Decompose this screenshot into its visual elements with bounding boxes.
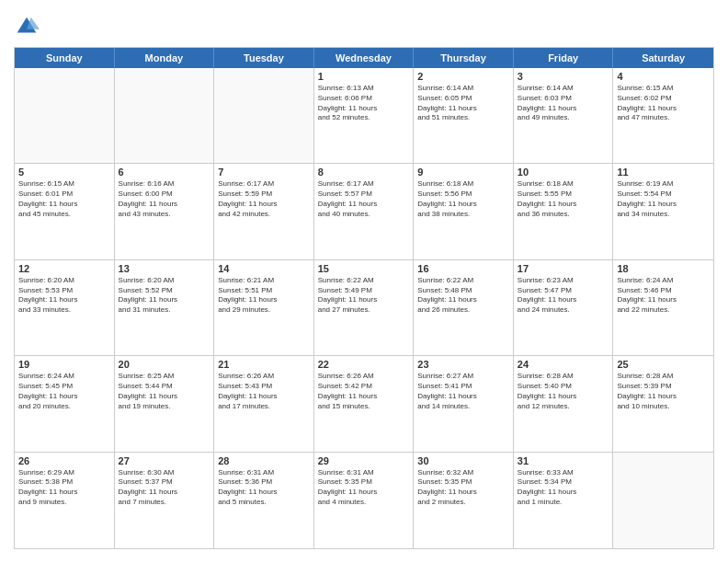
day-number: 4 <box>617 71 710 82</box>
cell-info: Sunrise: 6:15 AM Sunset: 6:01 PM Dayligh… <box>18 179 110 219</box>
day-number: 5 <box>18 167 110 178</box>
calendar-cell: 27Sunrise: 6:30 AM Sunset: 5:37 PM Dayli… <box>115 453 215 548</box>
weekday-header: Monday <box>115 48 215 68</box>
calendar-cell: 2Sunrise: 6:14 AM Sunset: 6:05 PM Daylig… <box>414 68 514 163</box>
day-number: 19 <box>18 359 110 370</box>
calendar-cell: 17Sunrise: 6:23 AM Sunset: 5:47 PM Dayli… <box>514 260 614 355</box>
day-number: 7 <box>218 167 310 178</box>
day-number: 9 <box>417 167 509 178</box>
day-number: 29 <box>318 455 410 466</box>
calendar-cell: 14Sunrise: 6:21 AM Sunset: 5:51 PM Dayli… <box>214 260 314 355</box>
cell-info: Sunrise: 6:25 AM Sunset: 5:44 PM Dayligh… <box>119 372 210 411</box>
day-number: 23 <box>417 359 509 370</box>
cell-info: Sunrise: 6:27 AM Sunset: 5:41 PM Dayligh… <box>417 372 509 411</box>
calendar-cell: 22Sunrise: 6:26 AM Sunset: 5:42 PM Dayli… <box>314 356 415 451</box>
calendar: SundayMondayTuesdayWednesdayThursdayFrid… <box>14 47 714 549</box>
day-number: 6 <box>119 167 210 178</box>
cell-info: Sunrise: 6:17 AM Sunset: 5:57 PM Dayligh… <box>318 179 410 219</box>
weekday-header: Friday <box>514 48 614 68</box>
calendar-cell: 12Sunrise: 6:20 AM Sunset: 5:53 PM Dayli… <box>15 260 115 355</box>
calendar-cell: 10Sunrise: 6:18 AM Sunset: 5:55 PM Dayli… <box>514 164 614 259</box>
cell-info: Sunrise: 6:24 AM Sunset: 5:46 PM Dayligh… <box>617 276 710 316</box>
cell-info: Sunrise: 6:29 AM Sunset: 5:38 PM Dayligh… <box>18 468 110 508</box>
day-number: 15 <box>318 263 410 274</box>
cell-info: Sunrise: 6:26 AM Sunset: 5:43 PM Dayligh… <box>218 372 310 411</box>
day-number: 21 <box>218 359 310 370</box>
calendar-row: 26Sunrise: 6:29 AM Sunset: 5:38 PM Dayli… <box>15 453 713 548</box>
day-number: 14 <box>218 263 310 274</box>
calendar-cell: 8Sunrise: 6:17 AM Sunset: 5:57 PM Daylig… <box>314 164 415 259</box>
cell-info: Sunrise: 6:28 AM Sunset: 5:40 PM Dayligh… <box>518 372 609 411</box>
cell-info: Sunrise: 6:31 AM Sunset: 5:35 PM Dayligh… <box>318 468 410 508</box>
day-number: 17 <box>518 263 609 274</box>
weekday-header: Thursday <box>414 48 514 68</box>
calendar-cell <box>115 68 215 163</box>
calendar-cell: 18Sunrise: 6:24 AM Sunset: 5:46 PM Dayli… <box>613 260 713 355</box>
weekday-header: Tuesday <box>214 48 314 68</box>
cell-info: Sunrise: 6:19 AM Sunset: 5:54 PM Dayligh… <box>617 179 710 219</box>
calendar-body: 1Sunrise: 6:13 AM Sunset: 6:06 PM Daylig… <box>15 68 713 548</box>
calendar-cell: 25Sunrise: 6:28 AM Sunset: 5:39 PM Dayli… <box>613 356 713 451</box>
cell-info: Sunrise: 6:16 AM Sunset: 6:00 PM Dayligh… <box>119 179 210 219</box>
cell-info: Sunrise: 6:20 AM Sunset: 5:52 PM Dayligh… <box>119 276 210 316</box>
calendar-cell <box>15 68 115 163</box>
calendar-cell <box>613 453 713 548</box>
cell-info: Sunrise: 6:14 AM Sunset: 6:05 PM Dayligh… <box>417 84 509 123</box>
cell-info: Sunrise: 6:22 AM Sunset: 5:49 PM Dayligh… <box>318 276 410 316</box>
calendar-cell: 23Sunrise: 6:27 AM Sunset: 5:41 PM Dayli… <box>414 356 514 451</box>
calendar-cell: 6Sunrise: 6:16 AM Sunset: 6:00 PM Daylig… <box>115 164 215 259</box>
calendar-cell: 4Sunrise: 6:15 AM Sunset: 6:02 PM Daylig… <box>613 68 713 163</box>
day-number: 12 <box>18 263 110 274</box>
cell-info: Sunrise: 6:23 AM Sunset: 5:47 PM Dayligh… <box>518 276 609 316</box>
calendar-cell: 3Sunrise: 6:14 AM Sunset: 6:03 PM Daylig… <box>514 68 614 163</box>
day-number: 30 <box>417 455 509 466</box>
calendar-cell: 24Sunrise: 6:28 AM Sunset: 5:40 PM Dayli… <box>514 356 614 451</box>
day-number: 18 <box>617 263 710 274</box>
cell-info: Sunrise: 6:31 AM Sunset: 5:36 PM Dayligh… <box>218 468 310 508</box>
day-number: 20 <box>119 359 210 370</box>
cell-info: Sunrise: 6:18 AM Sunset: 5:56 PM Dayligh… <box>417 179 509 219</box>
cell-info: Sunrise: 6:18 AM Sunset: 5:55 PM Dayligh… <box>518 179 609 219</box>
calendar-header: SundayMondayTuesdayWednesdayThursdayFrid… <box>15 48 713 68</box>
calendar-cell: 26Sunrise: 6:29 AM Sunset: 5:38 PM Dayli… <box>15 453 115 548</box>
cell-info: Sunrise: 6:28 AM Sunset: 5:39 PM Dayligh… <box>617 372 710 411</box>
calendar-cell <box>214 68 314 163</box>
calendar-cell: 13Sunrise: 6:20 AM Sunset: 5:52 PM Dayli… <box>115 260 215 355</box>
day-number: 24 <box>518 359 609 370</box>
day-number: 28 <box>218 455 310 466</box>
day-number: 3 <box>518 71 609 82</box>
day-number: 8 <box>318 167 410 178</box>
calendar-cell: 28Sunrise: 6:31 AM Sunset: 5:36 PM Dayli… <box>214 453 314 548</box>
cell-info: Sunrise: 6:14 AM Sunset: 6:03 PM Dayligh… <box>518 84 609 123</box>
day-number: 1 <box>318 71 410 82</box>
weekday-header: Sunday <box>15 48 115 68</box>
calendar-cell: 7Sunrise: 6:17 AM Sunset: 5:59 PM Daylig… <box>214 164 314 259</box>
day-number: 11 <box>617 167 710 178</box>
cell-info: Sunrise: 6:20 AM Sunset: 5:53 PM Dayligh… <box>18 276 110 316</box>
logo <box>14 14 43 40</box>
calendar-cell: 30Sunrise: 6:32 AM Sunset: 5:35 PM Dayli… <box>414 453 514 548</box>
calendar-row: 5Sunrise: 6:15 AM Sunset: 6:01 PM Daylig… <box>15 164 713 259</box>
day-number: 25 <box>617 359 710 370</box>
day-number: 13 <box>119 263 210 274</box>
cell-info: Sunrise: 6:17 AM Sunset: 5:59 PM Dayligh… <box>218 179 310 219</box>
calendar-cell: 21Sunrise: 6:26 AM Sunset: 5:43 PM Dayli… <box>214 356 314 451</box>
cell-info: Sunrise: 6:22 AM Sunset: 5:48 PM Dayligh… <box>417 276 509 316</box>
cell-info: Sunrise: 6:26 AM Sunset: 5:42 PM Dayligh… <box>318 372 410 411</box>
cell-info: Sunrise: 6:24 AM Sunset: 5:45 PM Dayligh… <box>18 372 110 411</box>
cell-info: Sunrise: 6:13 AM Sunset: 6:06 PM Dayligh… <box>318 84 410 123</box>
day-number: 22 <box>318 359 410 370</box>
calendar-row: 12Sunrise: 6:20 AM Sunset: 5:53 PM Dayli… <box>15 260 713 356</box>
cell-info: Sunrise: 6:32 AM Sunset: 5:35 PM Dayligh… <box>417 468 509 508</box>
calendar-cell: 1Sunrise: 6:13 AM Sunset: 6:06 PM Daylig… <box>314 68 415 163</box>
page: SundayMondayTuesdayWednesdayThursdayFrid… <box>0 0 728 563</box>
logo-icon <box>14 14 40 40</box>
weekday-header: Wednesday <box>314 48 415 68</box>
header <box>14 14 714 40</box>
cell-info: Sunrise: 6:15 AM Sunset: 6:02 PM Dayligh… <box>617 84 710 123</box>
day-number: 27 <box>119 455 210 466</box>
day-number: 26 <box>18 455 110 466</box>
day-number: 31 <box>518 455 609 466</box>
calendar-cell: 29Sunrise: 6:31 AM Sunset: 5:35 PM Dayli… <box>314 453 415 548</box>
calendar-cell: 16Sunrise: 6:22 AM Sunset: 5:48 PM Dayli… <box>414 260 514 355</box>
